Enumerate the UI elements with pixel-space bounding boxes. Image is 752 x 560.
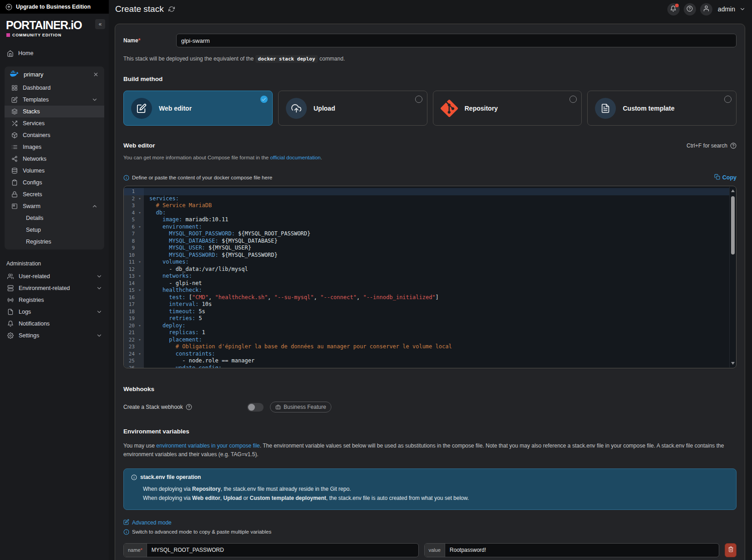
editor-line-10: 10 MYSQL_PASSWORD: ${MYSQL_PASSWORD} [124,252,729,259]
compose-code-editor[interactable]: 12▾services:3 # Service MariaDB4▾ db:5 i… [123,186,737,368]
sidebar-item-label: Swarm [23,203,41,209]
build-method-upload[interactable]: Upload [278,91,427,126]
editor-scrollbar[interactable] [729,187,736,367]
sidebar-item-registries[interactable]: Registries [5,236,104,248]
close-environment-icon[interactable] [93,71,99,77]
users-icon [7,273,14,280]
env-var-row: name*value [123,543,737,557]
sidebar-item-label: Registries [26,239,51,245]
sidebar-item-dashboard[interactable]: Dashboard [5,82,104,94]
configs-icon [11,179,18,186]
editor-line-24: 24▾ constraints: [124,351,729,358]
editor-line-5: 5 image: mariadb:10.11 [124,216,729,224]
sidebar-item-label: Secrets [23,191,42,198]
git-icon [441,100,458,117]
remove-env-var-button[interactable] [725,543,737,557]
official-documentation-link[interactable]: official documentation [270,155,320,160]
person-icon [703,5,710,13]
main-area: Create stack admin Name* This stack will… [109,0,752,560]
sidebar-item-templates[interactable]: Templates [5,94,104,106]
sidebar-item-notifications[interactable]: Notifications [0,318,109,330]
arrow-up-circle-icon [5,4,12,10]
sidebar-item-networks[interactable]: Networks [5,153,104,165]
radio-unselected[interactable] [724,96,732,103]
scroll-up-arrow-icon[interactable] [731,189,735,192]
scroll-down-arrow-icon[interactable] [731,362,735,365]
compose-doc-line: You can get more information about Compo… [123,155,737,160]
user-avatar[interactable] [700,3,712,15]
sidebar-item-setup[interactable]: Setup [5,224,104,236]
sidebar-item-label: Templates [23,97,49,103]
briefcase-icon [275,404,281,410]
radio-unselected[interactable] [569,96,577,103]
sidebar-item-label: Setup [26,227,41,233]
sidebar-item-logs[interactable]: Logs [0,306,109,318]
portainer-app: Upgrade to Business Edition PORTAINER.iO… [0,0,752,560]
stack-name-input[interactable] [176,34,737,47]
copy-icon [714,174,720,181]
sidebar-item-settings[interactable]: Settings [0,330,109,341]
edition-square [6,33,10,37]
editor-line-14: 14 - glpi-net [124,280,729,287]
sidebar-item-stacks[interactable]: Stacks [5,106,104,117]
sidebar-item-swarm[interactable]: Swarm [5,200,104,212]
env-name-input[interactable] [147,544,418,557]
notifications-button[interactable] [667,3,680,15]
server-icon [7,285,14,291]
build-method-label: Web editor [159,105,192,112]
env-value-input[interactable] [445,544,719,557]
sidebar-item-user-related[interactable]: User-related [0,270,109,282]
question-circle-icon[interactable] [730,143,737,149]
sidebar-item-images[interactable]: Images [5,141,104,153]
edition-label: COMMUNITY EDITION [12,33,61,37]
sidebar-item-label: Configs [23,179,42,186]
upload-icon [286,98,307,119]
question-circle-icon[interactable] [186,404,192,410]
sidebar-item-environment-related[interactable]: Environment-related [0,282,109,294]
sidebar-collapse-button[interactable]: « [95,19,105,29]
sidebar-item-services[interactable]: Services [5,117,104,129]
editor-line-13: 13▾ networks: [124,273,729,280]
radio-icon [7,297,14,303]
environment-name: primary [24,71,43,78]
username[interactable]: admin [718,5,735,13]
build-method-heading: Build method [123,76,737,82]
env-vars-doc-link[interactable]: environment variables in your compose fi… [156,443,259,449]
refresh-icon[interactable] [168,6,175,12]
editor-line-16: 16 test: ["CMD", "healthcheck.sh", "--su… [124,294,729,301]
editor-line-20: 20▾ deploy: [124,322,729,330]
scrollbar-thumb[interactable] [731,196,735,255]
editor-line-2: 2▾services: [124,195,729,203]
environment-group: primary DashboardTemplatesStacksServices… [5,66,104,249]
sidebar-item-secrets[interactable]: Secrets [5,188,104,200]
help-button[interactable] [684,3,696,15]
sidebar-item-details[interactable]: Details [5,212,104,224]
sidebar-item-configs[interactable]: Configs [5,177,104,188]
info-icon [123,529,129,535]
sidebar-item-home[interactable]: Home [0,47,109,59]
environment-header-primary[interactable]: primary [5,66,104,82]
build-method-repository[interactable]: Repository [433,91,582,126]
build-method-custom-template[interactable]: Custom template [587,91,737,126]
editor-line-7: 7 MYSQL_ROOT_PASSWORD: ${MYSQL_ROOT_PASS… [124,230,729,238]
build-method-web-editor[interactable]: Web editor [123,91,273,126]
radio-unselected[interactable] [415,96,422,103]
sidebar-item-volumes[interactable]: Volumes [5,165,104,177]
user-menu-chevron-icon[interactable] [739,6,746,12]
copy-button[interactable]: Copy [714,174,737,181]
sidebar-item-registries[interactable]: Registries [0,294,109,306]
toggle-knob [248,404,255,411]
chevron-down-icon [96,332,102,339]
name-label: Name* [123,37,176,44]
webhook-toggle[interactable] [247,403,264,412]
bell-icon [670,5,676,13]
docker-command-chip: docker stack deploy [255,55,318,63]
advanced-mode-link[interactable]: Advanced mode [123,519,737,526]
upgrade-banner[interactable]: Upgrade to Business Edition [0,0,109,14]
editor-line-6: 6▾ environment: [124,224,729,231]
selected-check-icon [260,96,268,103]
sidebar-item-label: Notifications [19,321,50,327]
editor-line-26: 26 update_config: [124,365,729,368]
sidebar-item-containers[interactable]: Containers [5,129,104,141]
sidebar-item-label: User-related [19,273,50,280]
